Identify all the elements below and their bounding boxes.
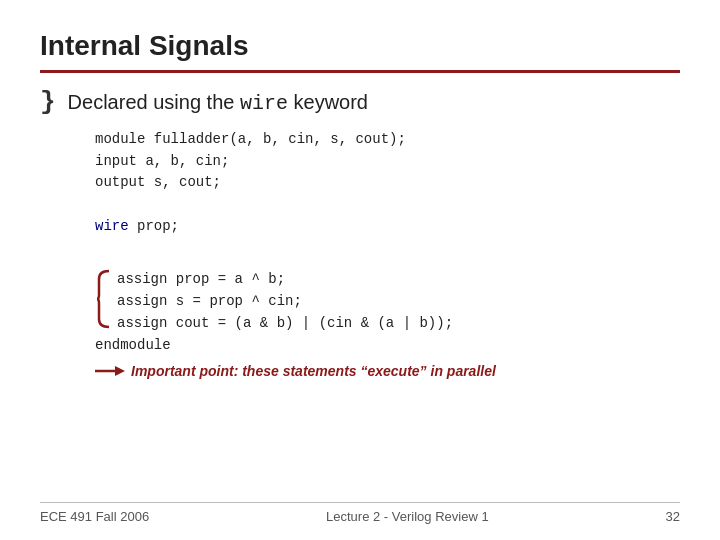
bullet-brace: } [40,87,56,117]
code-block-top: module fulladder(a, b, cin, s, cout); in… [95,129,680,237]
assign-block: assign prop = a ^ b; assign s = prop ^ c… [95,269,680,334]
wire-keyword: wire [240,92,288,115]
important-row: Important point: these statements “execu… [95,363,680,379]
left-brace-svg [95,269,113,329]
assign-line-2: assign s = prop ^ cin; [117,291,453,313]
footer-right: 32 [666,509,680,524]
code-wire-rest: prop; [129,218,179,234]
assign-line-3: assign cout = (a & b) | (cin & (a | b)); [117,313,453,335]
wire-kw-inline: wire [95,218,129,234]
svg-marker-1 [115,366,125,376]
code-line-2: input a, b, cin; [95,151,680,173]
title-divider [40,70,680,73]
code-line-3: output s, cout; [95,172,680,194]
assign-code-lines: assign prop = a ^ b; assign s = prop ^ c… [117,269,453,334]
bullet-text: Declared using the wire keyword [68,91,368,115]
bullet-text-after: keyword [288,91,368,113]
footer-left: ECE 491 Fall 2006 [40,509,149,524]
code-line-blank [95,194,680,216]
footer: ECE 491 Fall 2006 Lecture 2 - Verilog Re… [40,502,680,524]
code-line-1: module fulladder(a, b, cin, s, cout); [95,129,680,151]
page-title: Internal Signals [40,30,680,62]
arrow-icon [95,363,125,379]
slide: Internal Signals } Declared using the wi… [0,0,720,540]
footer-center: Lecture 2 - Verilog Review 1 [326,509,489,524]
important-text: Important point: these statements “execu… [131,363,496,379]
bullet-text-before: Declared using the [68,91,240,113]
blank-spacing [40,247,680,265]
bullet-row: } Declared using the wire keyword [40,91,680,117]
endmodule-line: endmodule [95,337,680,353]
code-line-5: wire prop; [95,216,680,238]
assign-line-1: assign prop = a ^ b; [117,269,453,291]
